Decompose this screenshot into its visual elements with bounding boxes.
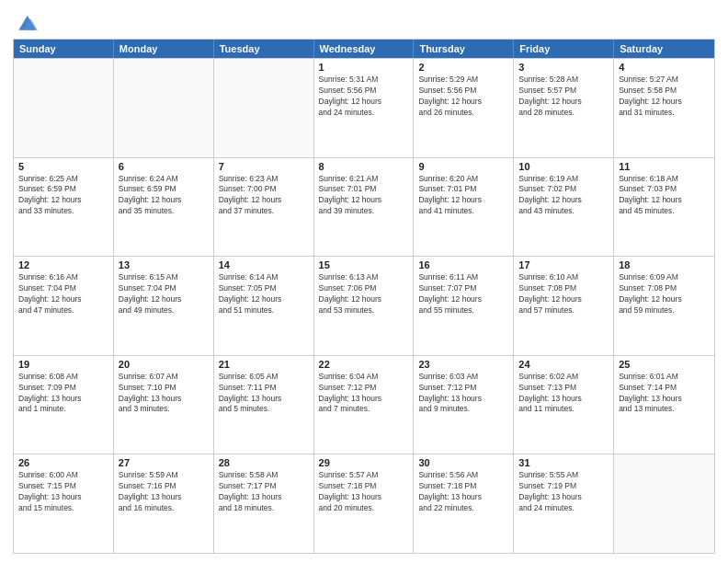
day-info: Sunrise: 6:20 AM Sunset: 7:01 PM Dayligh… <box>418 174 508 218</box>
day-info: Sunrise: 6:13 AM Sunset: 7:06 PM Dayligh… <box>319 272 409 316</box>
day-cell-24: 24Sunrise: 6:02 AM Sunset: 7:13 PM Dayli… <box>514 356 614 454</box>
day-number: 6 <box>119 161 209 172</box>
day-number: 10 <box>518 161 609 172</box>
day-cell-7: 7Sunrise: 6:23 AM Sunset: 7:00 PM Daylig… <box>214 158 314 257</box>
day-info: Sunrise: 5:56 AM Sunset: 7:18 PM Dayligh… <box>418 470 508 514</box>
day-info: Sunrise: 6:02 AM Sunset: 7:13 PM Dayligh… <box>518 372 609 416</box>
day-number: 26 <box>18 457 108 468</box>
day-number: 24 <box>518 359 609 370</box>
calendar-row-1: 5Sunrise: 6:25 AM Sunset: 6:59 PM Daylig… <box>14 157 714 257</box>
day-cell-26: 26Sunrise: 6:00 AM Sunset: 7:15 PM Dayli… <box>14 454 114 553</box>
day-cell-empty-0-0 <box>14 59 114 157</box>
day-info: Sunrise: 6:15 AM Sunset: 7:04 PM Dayligh… <box>119 272 209 316</box>
day-cell-empty-4-6 <box>614 454 714 553</box>
day-number: 27 <box>119 457 209 468</box>
day-info: Sunrise: 6:01 AM Sunset: 7:14 PM Dayligh… <box>619 372 710 416</box>
day-number: 28 <box>219 457 309 468</box>
day-number: 17 <box>518 259 609 270</box>
day-cell-9: 9Sunrise: 6:20 AM Sunset: 7:01 PM Daylig… <box>414 158 514 257</box>
day-cell-30: 30Sunrise: 5:56 AM Sunset: 7:18 PM Dayli… <box>414 454 514 553</box>
day-cell-27: 27Sunrise: 5:59 AM Sunset: 7:16 PM Dayli… <box>114 454 214 553</box>
day-cell-empty-0-2 <box>214 59 314 157</box>
day-info: Sunrise: 6:16 AM Sunset: 7:04 PM Dayligh… <box>18 272 108 316</box>
day-number: 22 <box>319 359 409 370</box>
day-number: 2 <box>418 62 508 73</box>
day-cell-6: 6Sunrise: 6:24 AM Sunset: 6:59 PM Daylig… <box>114 158 214 257</box>
day-info: Sunrise: 5:27 AM Sunset: 5:58 PM Dayligh… <box>619 75 710 119</box>
day-number: 4 <box>619 62 710 73</box>
day-number: 18 <box>619 259 710 270</box>
day-cell-15: 15Sunrise: 6:13 AM Sunset: 7:06 PM Dayli… <box>314 257 415 355</box>
day-info: Sunrise: 5:28 AM Sunset: 5:57 PM Dayligh… <box>518 75 609 119</box>
day-number: 1 <box>319 62 409 73</box>
weekday-header-wednesday: Wednesday <box>314 40 415 58</box>
day-cell-22: 22Sunrise: 6:04 AM Sunset: 7:12 PM Dayli… <box>314 356 415 454</box>
day-cell-13: 13Sunrise: 6:15 AM Sunset: 7:04 PM Dayli… <box>114 257 214 355</box>
day-info: Sunrise: 5:57 AM Sunset: 7:18 PM Dayligh… <box>319 470 409 514</box>
day-cell-23: 23Sunrise: 6:03 AM Sunset: 7:12 PM Dayli… <box>414 356 514 454</box>
day-number: 20 <box>119 359 209 370</box>
weekday-header-tuesday: Tuesday <box>214 40 314 58</box>
day-cell-28: 28Sunrise: 5:58 AM Sunset: 7:17 PM Dayli… <box>214 454 314 553</box>
day-info: Sunrise: 6:25 AM Sunset: 6:59 PM Dayligh… <box>18 174 108 218</box>
day-number: 25 <box>619 359 710 370</box>
day-number: 23 <box>418 359 508 370</box>
day-cell-1: 1Sunrise: 5:31 AM Sunset: 5:56 PM Daylig… <box>314 59 415 157</box>
calendar-row-2: 12Sunrise: 6:16 AM Sunset: 7:04 PM Dayli… <box>14 256 714 355</box>
day-number: 9 <box>418 161 508 172</box>
calendar-row-3: 19Sunrise: 6:08 AM Sunset: 7:09 PM Dayli… <box>14 355 714 454</box>
day-cell-18: 18Sunrise: 6:09 AM Sunset: 7:08 PM Dayli… <box>614 257 714 355</box>
day-number: 31 <box>518 457 609 468</box>
day-number: 12 <box>18 259 108 270</box>
day-info: Sunrise: 6:04 AM Sunset: 7:12 PM Dayligh… <box>319 372 409 416</box>
day-info: Sunrise: 6:05 AM Sunset: 7:11 PM Dayligh… <box>219 372 309 416</box>
calendar-header: SundayMondayTuesdayWednesdayThursdayFrid… <box>14 40 714 58</box>
day-info: Sunrise: 6:11 AM Sunset: 7:07 PM Dayligh… <box>418 272 508 316</box>
day-cell-29: 29Sunrise: 5:57 AM Sunset: 7:18 PM Dayli… <box>314 454 415 553</box>
day-info: Sunrise: 6:08 AM Sunset: 7:09 PM Dayligh… <box>18 372 108 416</box>
day-cell-16: 16Sunrise: 6:11 AM Sunset: 7:07 PM Dayli… <box>414 257 514 355</box>
header <box>13 9 715 35</box>
day-cell-4: 4Sunrise: 5:27 AM Sunset: 5:58 PM Daylig… <box>614 59 714 157</box>
day-cell-12: 12Sunrise: 6:16 AM Sunset: 7:04 PM Dayli… <box>14 257 114 355</box>
day-info: Sunrise: 6:09 AM Sunset: 7:08 PM Dayligh… <box>619 272 710 316</box>
day-number: 8 <box>319 161 409 172</box>
day-info: Sunrise: 5:59 AM Sunset: 7:16 PM Dayligh… <box>119 470 209 514</box>
day-cell-20: 20Sunrise: 6:07 AM Sunset: 7:10 PM Dayli… <box>114 356 214 454</box>
weekday-header-thursday: Thursday <box>414 40 514 58</box>
day-info: Sunrise: 6:18 AM Sunset: 7:03 PM Dayligh… <box>619 174 710 218</box>
day-cell-31: 31Sunrise: 5:55 AM Sunset: 7:19 PM Dayli… <box>514 454 614 553</box>
day-info: Sunrise: 5:58 AM Sunset: 7:17 PM Dayligh… <box>219 470 309 514</box>
day-info: Sunrise: 6:03 AM Sunset: 7:12 PM Dayligh… <box>418 372 508 416</box>
day-info: Sunrise: 6:23 AM Sunset: 7:00 PM Dayligh… <box>219 174 309 218</box>
day-number: 19 <box>18 359 108 370</box>
weekday-header-sunday: Sunday <box>14 40 114 58</box>
day-number: 5 <box>18 161 108 172</box>
day-info: Sunrise: 6:07 AM Sunset: 7:10 PM Dayligh… <box>119 372 209 416</box>
day-number: 7 <box>219 161 309 172</box>
day-cell-17: 17Sunrise: 6:10 AM Sunset: 7:08 PM Dayli… <box>514 257 614 355</box>
day-number: 29 <box>319 457 409 468</box>
day-cell-10: 10Sunrise: 6:19 AM Sunset: 7:02 PM Dayli… <box>514 158 614 257</box>
day-number: 3 <box>518 62 609 73</box>
day-info: Sunrise: 6:21 AM Sunset: 7:01 PM Dayligh… <box>319 174 409 218</box>
day-cell-empty-0-1 <box>114 59 214 157</box>
weekday-header-saturday: Saturday <box>614 40 714 58</box>
day-number: 13 <box>119 259 209 270</box>
day-number: 15 <box>319 259 409 270</box>
logo-icon <box>13 9 40 35</box>
day-info: Sunrise: 6:14 AM Sunset: 7:05 PM Dayligh… <box>219 272 309 316</box>
day-info: Sunrise: 5:55 AM Sunset: 7:19 PM Dayligh… <box>518 470 609 514</box>
day-number: 30 <box>418 457 508 468</box>
weekday-header-friday: Friday <box>514 40 614 58</box>
calendar-row-0: 1Sunrise: 5:31 AM Sunset: 5:56 PM Daylig… <box>14 58 714 157</box>
calendar-body: 1Sunrise: 5:31 AM Sunset: 5:56 PM Daylig… <box>14 58 714 553</box>
logo <box>13 9 44 35</box>
day-info: Sunrise: 5:29 AM Sunset: 5:56 PM Dayligh… <box>418 75 508 119</box>
weekday-header-monday: Monday <box>114 40 214 58</box>
calendar-row-4: 26Sunrise: 6:00 AM Sunset: 7:15 PM Dayli… <box>14 454 714 553</box>
day-cell-8: 8Sunrise: 6:21 AM Sunset: 7:01 PM Daylig… <box>314 158 415 257</box>
day-cell-19: 19Sunrise: 6:08 AM Sunset: 7:09 PM Dayli… <box>14 356 114 454</box>
day-number: 14 <box>219 259 309 270</box>
day-number: 11 <box>619 161 710 172</box>
